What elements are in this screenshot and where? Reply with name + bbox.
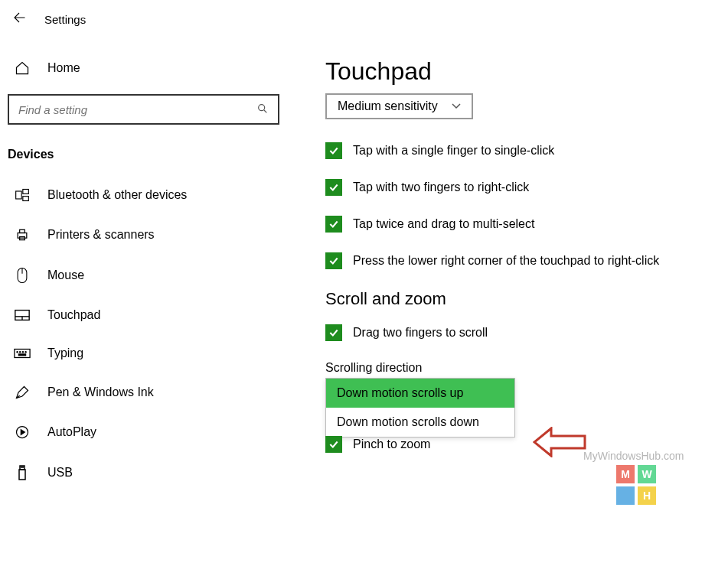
- annotation-arrow-icon: [533, 427, 586, 460]
- check-label: Tap twice and drag to multi-select: [353, 217, 534, 231]
- svg-rect-3: [23, 197, 29, 201]
- keyboard-icon: [14, 348, 31, 359]
- svg-rect-2: [23, 190, 29, 194]
- scrolling-direction-dropdown-open[interactable]: Down motion scrolls up Down motion scrol…: [325, 378, 515, 438]
- pinch-zoom-checkbox[interactable]: Pinch to zoom: [325, 436, 728, 453]
- svg-rect-1: [16, 191, 22, 199]
- svg-rect-17: [18, 354, 25, 356]
- svg-rect-5: [20, 229, 25, 233]
- checkmark-icon: [325, 142, 342, 159]
- checkmark-icon: [325, 252, 342, 269]
- check-label: Pinch to zoom: [353, 438, 430, 451]
- tap-two-right-click-checkbox[interactable]: Tap with two fingers to right-click: [325, 179, 728, 196]
- svg-rect-4: [18, 233, 27, 239]
- svg-point-0: [259, 104, 265, 110]
- sidebar-item-label: Bluetooth & other devices: [47, 188, 187, 202]
- svg-rect-12: [15, 350, 30, 358]
- sidebar-item-bluetooth[interactable]: Bluetooth & other devices: [0, 175, 287, 215]
- scrolling-direction-label: Scrolling direction: [325, 361, 728, 375]
- page-title: Touchpad: [325, 57, 728, 86]
- sensitivity-selected-label: Medium sensitivity: [338, 99, 438, 113]
- svg-point-14: [20, 352, 21, 353]
- sensitivity-dropdown[interactable]: Medium sensitivity: [325, 93, 473, 119]
- touchpad-icon: [14, 308, 31, 322]
- svg-rect-20: [20, 466, 24, 470]
- check-label: Tap with two fingers to right-click: [353, 181, 529, 194]
- app-title: Settings: [44, 13, 86, 26]
- search-icon: [256, 102, 269, 117]
- sidebar-item-label: Mouse: [47, 268, 84, 282]
- back-icon[interactable]: [12, 11, 26, 28]
- svg-point-16: [25, 352, 26, 353]
- sidebar-item-label: Printers & scanners: [47, 228, 155, 242]
- bluetooth-devices-icon: [14, 187, 31, 203]
- search-box[interactable]: [8, 94, 279, 125]
- mouse-icon: [14, 267, 31, 284]
- sidebar-item-label: Pen & Windows Ink: [47, 385, 154, 399]
- search-input[interactable]: [18, 103, 256, 116]
- sidebar-item-label: Typing: [47, 346, 83, 360]
- svg-point-15: [22, 352, 23, 353]
- scroll-zoom-heading: Scroll and zoom: [325, 289, 728, 309]
- check-label: Press the lower right corner of the touc…: [353, 254, 659, 268]
- dropdown-option-up[interactable]: Down motion scrolls up: [326, 379, 514, 408]
- sidebar-item-usb[interactable]: USB: [0, 452, 287, 493]
- header-bar: Settings: [0, 0, 728, 39]
- sidebar-item-mouse[interactable]: Mouse: [0, 255, 287, 296]
- sidebar-home[interactable]: Home: [0, 53, 287, 83]
- home-icon: [14, 60, 31, 76]
- drag-two-fingers-checkbox[interactable]: Drag two fingers to scroll: [325, 324, 728, 341]
- printers-icon: [14, 227, 31, 242]
- sidebar-item-pen[interactable]: Pen & Windows Ink: [0, 372, 287, 412]
- pen-icon: [14, 385, 31, 400]
- tap-single-click-checkbox[interactable]: Tap with a single finger to single-click: [325, 142, 728, 159]
- svg-rect-19: [19, 470, 25, 480]
- sidebar-item-label: Touchpad: [47, 308, 100, 322]
- check-label: Tap with a single finger to single-click: [353, 144, 554, 158]
- sidebar-item-label: USB: [47, 466, 73, 480]
- check-label: Drag two fingers to scroll: [353, 326, 488, 340]
- svg-point-13: [17, 352, 18, 353]
- sidebar-home-label: Home: [47, 61, 80, 75]
- sidebar-item-printers[interactable]: Printers & scanners: [0, 215, 287, 255]
- checkmark-icon: [325, 324, 342, 341]
- checkmark-icon: [325, 216, 342, 233]
- main-panel: Touchpad Medium sensitivity Tap with a s…: [287, 39, 728, 493]
- usb-icon: [14, 464, 31, 481]
- chevron-down-icon: [452, 101, 461, 112]
- autoplay-icon: [14, 424, 31, 440]
- dropdown-option-down[interactable]: Down motion scrolls down: [326, 408, 514, 437]
- checkmark-icon: [325, 179, 342, 196]
- sidebar: Home Devices Bluetooth & other devices P…: [0, 39, 287, 493]
- sidebar-item-autoplay[interactable]: AutoPlay: [0, 412, 287, 452]
- sidebar-item-label: AutoPlay: [47, 425, 96, 439]
- checkmark-icon: [325, 436, 342, 453]
- tap-twice-drag-checkbox[interactable]: Tap twice and drag to multi-select: [325, 216, 728, 233]
- lower-right-corner-checkbox[interactable]: Press the lower right corner of the touc…: [325, 252, 728, 269]
- sidebar-item-typing[interactable]: Typing: [0, 334, 287, 372]
- sidebar-section-label: Devices: [0, 143, 287, 175]
- sidebar-item-touchpad[interactable]: Touchpad: [0, 296, 287, 334]
